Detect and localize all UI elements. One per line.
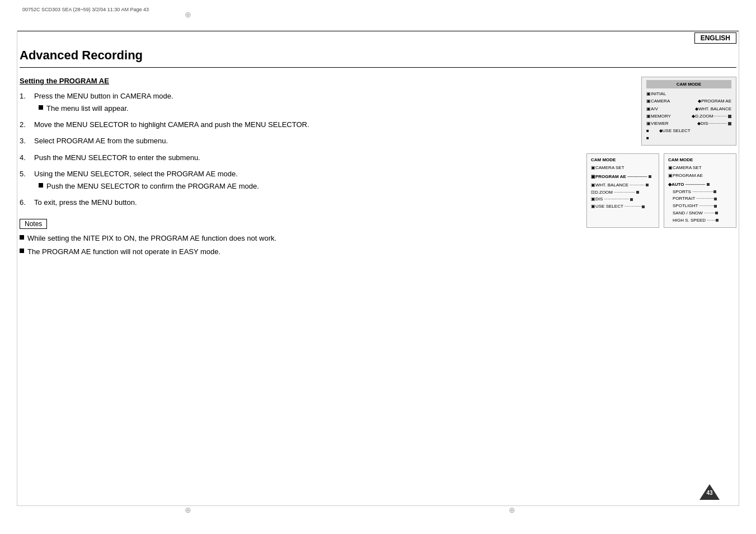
left-border — [17, 31, 17, 506]
step-number-6: 6. — [20, 197, 30, 208]
cam-use-label: ■ — [646, 128, 649, 133]
right-border — [739, 31, 739, 506]
cam-row-memory: ▣MEMORY◆D.ZOOM··········· — [646, 113, 731, 120]
cam-viewer-label: ▣VIEWER — [646, 120, 669, 127]
note-1: While setting the NITE PIX to ON, the PR… — [20, 233, 546, 243]
cam-row-wht: ▣WHT. BALANCE ············ — [591, 182, 655, 189]
header-bar: ENGLISH — [20, 32, 736, 44]
right-column: CAM MODE ▣INITIAL ▣CAMERA◆PROGRAM AE ▣A/… — [557, 77, 736, 260]
step-1-bullet: The menu list will appear. — [39, 104, 546, 114]
cam-sq-label: ■ — [646, 135, 649, 140]
step-1-sub: The menu list will appear. — [46, 104, 129, 114]
cam-viewer-val: ◆DIS··············· — [697, 120, 731, 127]
cam-row-portrait: PORTRAIT ·············· — [673, 195, 732, 203]
step-content-2: Move the MENU SELECTOR to highlight CAME… — [34, 119, 546, 130]
cam-row-hspeed: HIGH S. SPEED ······· — [673, 217, 732, 224]
step-number-2: 2. — [20, 119, 30, 130]
cam-bottom-right-sub1: ▣CAMERA SET — [668, 165, 732, 172]
step-4: 4. Push the MENU SELECTOR to enter the s… — [20, 152, 546, 163]
page-number-container: 43 — [699, 484, 720, 500]
cam-memory-val: ◆D.ZOOM··········· — [692, 113, 731, 120]
cam-row-dzoom: ⊡D.ZOOM ················· — [591, 189, 655, 196]
step-content-1: Press the MENU button in CAMERA mode. Th… — [34, 91, 546, 114]
step-number-4: 4. — [20, 152, 30, 163]
cam-row-spotlight: SPOTLIGHT ············ — [673, 203, 732, 210]
step-6: 6. To exit, press the MENU button. — [20, 197, 546, 208]
cam-row-camera: ▣CAMERA◆PROGRAM AE — [646, 97, 731, 105]
cam-row-sports: SPORTS ················· — [673, 189, 732, 196]
cam-bottom-right-sub2: ▣PROGRAM AE — [668, 172, 732, 180]
cam-row-viewer: ▣VIEWER◆DIS··············· — [646, 120, 731, 127]
crosshair-top: ⊕ — [185, 10, 191, 19]
bottom-border — [17, 505, 739, 506]
section-heading: Setting the PROGRAM AE — [20, 77, 546, 85]
cam-row-use: ■◆USE SELECT — [646, 127, 731, 134]
step-number-5: 5. — [20, 168, 30, 191]
page-title: Advanced Recording — [20, 48, 736, 63]
cam-memory-label: ▣MEMORY — [646, 113, 671, 120]
cam-mode-bottom-right-box: CAM MODE ▣CAMERA SET ▣PROGRAM AE ◆AUTO ·… — [664, 153, 736, 228]
cam-camera-label: ▣CAMERA — [646, 97, 670, 105]
cam-row-av: ▣A/V◆WHT. BALANCE — [646, 105, 731, 113]
step-number-3: 3. — [20, 135, 30, 147]
step-1: 1. Press the MENU button in CAMERA mode.… — [20, 91, 546, 114]
main-content: Setting the PROGRAM AE 1. Press the MENU… — [20, 77, 736, 260]
step-content-3: Select PROGRAM AE from the submenu. — [34, 135, 546, 147]
cam-use-val: ◆USE SELECT — [659, 128, 691, 133]
step-content-4: Push the MENU SELECTOR to enter the subm… — [34, 152, 546, 163]
step-text-3: Select PROGRAM AE from the submenu. — [34, 137, 168, 145]
left-column: Setting the PROGRAM AE 1. Press the MENU… — [20, 77, 546, 260]
cam-mode-top-box: CAM MODE ▣INITIAL ▣CAMERA◆PROGRAM AE ▣A/… — [641, 77, 736, 146]
title-section: Advanced Recording — [20, 48, 736, 68]
language-text: ENGLISH — [701, 34, 730, 42]
step-3: 3. Select PROGRAM AE from the submenu. — [20, 135, 546, 147]
step-content-6: To exit, press the MENU button. — [34, 197, 546, 208]
note-text-1: While setting the NITE PIX to ON, the PR… — [27, 233, 276, 243]
step-text-5: Using the MENU SELECTOR, select the PROG… — [34, 170, 238, 178]
cam-av-val: ◆WHT. BALANCE — [695, 105, 731, 113]
cam-bottom-left-sub: ▣CAMERA SET — [591, 165, 655, 172]
cam-row-sq: ■ — [646, 134, 731, 142]
cam-row-auto: ◆AUTO ················ — [668, 181, 732, 189]
cam-mode-bottom-left-box: CAM MODE ▣CAMERA SET ▣PROGRAM AE ·······… — [586, 153, 659, 228]
steps-list: 1. Press the MENU button in CAMERA mode.… — [20, 91, 546, 208]
top-border — [17, 31, 739, 31]
cam-bottom-right-title: CAM MODE — [668, 157, 732, 164]
cam-row-usesel: ▣USE SELECT ·············· — [591, 203, 655, 210]
step-5-bullet: Push the MENU SELECTOR to confirm the PR… — [39, 181, 546, 191]
note-bullet-1 — [20, 235, 24, 240]
step-2: 2. Move the MENU SELECTOR to highlight C… — [20, 119, 546, 130]
notes-label-box: Notes — [20, 219, 47, 229]
step-text-2: Move the MENU SELECTOR to highlight CAME… — [34, 120, 309, 129]
cam-mode-bottom-wrapper: CAM MODE ▣CAMERA SET ▣PROGRAM AE ·······… — [557, 153, 736, 228]
cam-mode-top-wrapper: CAM MODE ▣INITIAL ▣CAMERA◆PROGRAM AE ▣A/… — [557, 77, 736, 146]
step-5-sub: Push the MENU SELECTOR to confirm the PR… — [46, 181, 259, 191]
page-number-area: 43 — [699, 484, 720, 502]
step-5: 5. Using the MENU SELECTOR, select the P… — [20, 168, 546, 191]
note-2: The PROGRAM AE function will not operate… — [20, 247, 546, 257]
cam-bottom-left-program: ▣PROGRAM AE ················ — [591, 174, 655, 181]
step-text-4: Push the MENU SELECTOR to enter the subm… — [34, 153, 200, 162]
cam-mode-top-title: CAM MODE — [646, 80, 731, 88]
notes-section: Notes While setting the NITE PIX to ON, … — [20, 219, 546, 256]
step-number-1: 1. — [20, 91, 30, 114]
note-bullet-2 — [20, 249, 24, 253]
language-badge: ENGLISH — [694, 32, 736, 44]
cam-row-dis: ▣DIS ···················· — [591, 196, 655, 203]
step-content-5: Using the MENU SELECTOR, select the PROG… — [34, 168, 546, 191]
cam-initial-label: ▣INITIAL — [646, 90, 666, 97]
cam-bottom-left-title: CAM MODE — [591, 157, 655, 164]
cam-row-initial: ▣INITIAL — [646, 90, 731, 97]
page-number-text: 43 — [706, 490, 712, 496]
step-text-6: To exit, press the MENU button. — [34, 198, 137, 207]
doc-header: 00752C SCD303 SEA (28~59) 3/2/04 11:30 A… — [22, 7, 149, 12]
notes-label-text: Notes — [25, 220, 42, 228]
cam-camera-val: ◆PROGRAM AE — [698, 97, 731, 105]
crosshair-bottom-left: ⊕ — [185, 505, 191, 514]
note-text-2: The PROGRAM AE function will not operate… — [27, 247, 220, 257]
bullet-icon — [39, 105, 43, 110]
bullet-icon-5 — [39, 183, 43, 188]
crosshair-bottom-right: ⊕ — [509, 505, 515, 514]
cam-av-label: ▣A/V — [646, 105, 658, 113]
step-text-1: Press the MENU button in CAMERA mode. — [34, 92, 173, 100]
